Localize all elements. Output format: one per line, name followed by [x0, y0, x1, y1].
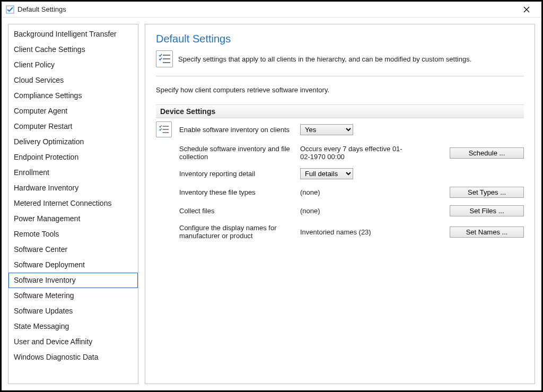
settings-list-icon [156, 50, 173, 67]
sidebar-item-client-cache-settings[interactable]: Client Cache Settings [8, 42, 138, 57]
types-label: Inventory these file types [179, 188, 296, 196]
set-names-button[interactable]: Set Names ... [450, 227, 524, 238]
section-intro: Specify how client computers retrieve so… [156, 86, 524, 94]
names-label: Configure the display names for manufact… [179, 224, 296, 240]
sidebar-item-compliance-settings[interactable]: Compliance Settings [8, 88, 138, 103]
sidebar-item-enrollment[interactable]: Enrollment [8, 165, 138, 180]
sidebar-item-background-intelligent-transfer[interactable]: Background Intelligent Transfer [8, 27, 138, 42]
sidebar-item-software-inventory[interactable]: Software Inventory [8, 273, 138, 288]
sidebar-item-hardware-inventory[interactable]: Hardware Inventory [8, 180, 138, 196]
sidebar-item-remote-tools[interactable]: Remote Tools [8, 227, 138, 242]
names-value: Inventoried names (23) [300, 228, 411, 236]
sidebar-item-software-updates[interactable]: Software Updates [8, 303, 138, 319]
types-value: (none) [300, 188, 411, 196]
sidebar-item-software-metering[interactable]: Software Metering [8, 288, 138, 303]
schedule-label: Schedule software inventory and file col… [179, 145, 296, 161]
section-header: Device Settings [156, 104, 524, 118]
sidebar-item-software-deployment[interactable]: Software Deployment [8, 257, 138, 273]
settings-list-icon [156, 121, 172, 137]
enable-label: Enable software inventory on clients [179, 126, 296, 134]
sidebar-item-computer-restart[interactable]: Computer Restart [8, 119, 138, 134]
schedule-button[interactable]: Schedule ... [450, 147, 524, 159]
sidebar-item-state-messaging[interactable]: State Messaging [8, 319, 138, 334]
sidebar-item-cloud-services[interactable]: Cloud Services [8, 73, 138, 88]
window-title: Default Settings [17, 5, 66, 13]
set-types-button[interactable]: Set Types ... [450, 187, 524, 198]
sidebar-item-software-center[interactable]: Software Center [8, 242, 138, 257]
sidebar-item-computer-agent[interactable]: Computer Agent [8, 103, 138, 119]
detail-select[interactable]: Full details [300, 168, 353, 179]
titlebar: Default Settings [2, 2, 541, 18]
schedule-value: Occurs every 7 days effective 01-02-1970… [300, 145, 411, 161]
main-panel: Default Settings Specify settings that a… [145, 24, 535, 384]
separator [156, 76, 524, 76]
sidebar: Background Intelligent TransferClient Ca… [8, 24, 138, 384]
window-root: Default Settings Background Intelligent … [0, 0, 543, 392]
body: Background Intelligent TransferClient Ca… [2, 18, 541, 390]
sidebar-item-delivery-optimization[interactable]: Delivery Optimization [8, 134, 138, 150]
collect-value: (none) [300, 207, 411, 215]
sidebar-item-metered-internet-connections[interactable]: Metered Internet Connections [8, 196, 138, 211]
sidebar-item-endpoint-protection[interactable]: Endpoint Protection [8, 150, 138, 165]
collect-label: Collect files [179, 207, 296, 215]
close-button[interactable] [516, 2, 537, 17]
page-title: Default Settings [156, 33, 524, 45]
app-icon [6, 5, 14, 14]
settings-grid: Enable software inventory on clients Yes… [156, 121, 524, 240]
detail-label: Inventory reporting detail [179, 170, 296, 178]
intro-row: Specify settings that apply to all clien… [156, 50, 524, 67]
sidebar-item-user-and-device-affinity[interactable]: User and Device Affinity [8, 334, 138, 350]
sidebar-item-client-policy[interactable]: Client Policy [8, 57, 138, 73]
set-files-button[interactable]: Set Files ... [450, 205, 524, 216]
enable-select[interactable]: Yes [300, 124, 353, 135]
sidebar-item-power-management[interactable]: Power Management [8, 211, 138, 227]
close-icon [523, 6, 530, 13]
sidebar-item-windows-diagnostic-data[interactable]: Windows Diagnostic Data [8, 350, 138, 365]
intro-text: Specify settings that apply to all clien… [178, 55, 471, 63]
